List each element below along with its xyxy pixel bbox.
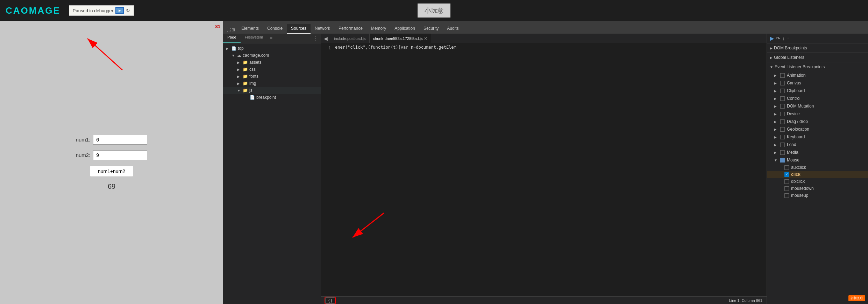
bp-mouse[interactable]: ▼ Mouse bbox=[767, 156, 868, 164]
tab-console[interactable]: Console bbox=[263, 24, 287, 34]
debugger-resume-btn[interactable]: ▶ bbox=[770, 35, 774, 42]
webpage-panel: 81 num1: num2: num1+num2 69 bbox=[0, 21, 223, 304]
bp-control[interactable]: ▶ Control bbox=[767, 95, 868, 102]
app-logo: CAOMAGE bbox=[6, 5, 61, 16]
bp-clipboard[interactable]: ▶ Clipboard bbox=[767, 87, 868, 95]
bp-load[interactable]: ▶ Load bbox=[767, 141, 868, 148]
bp-section-events: ▼ Event Listener Breakpoints ▶ Animation… bbox=[767, 62, 868, 199]
bp-dom-mutation[interactable]: ▶ DOM Mutation bbox=[767, 102, 868, 110]
status-position: Line 1, Column 861 bbox=[729, 298, 762, 303]
debugger-step-into-btn[interactable]: ↓ bbox=[782, 36, 785, 41]
bp-canvas[interactable]: ▶ Canvas bbox=[767, 79, 868, 87]
bp-section-dom-header[interactable]: ▶ DOM Breakpoints bbox=[767, 43, 868, 53]
tab-close-icon[interactable]: ✕ bbox=[424, 36, 427, 41]
tree-img[interactable]: ▶ 📁 img bbox=[223, 80, 321, 87]
bp-mouseup[interactable]: mouseup bbox=[767, 192, 868, 199]
tab-page[interactable]: Page bbox=[223, 34, 241, 43]
tab-audits[interactable]: Audits bbox=[443, 24, 463, 34]
tab-postload[interactable]: include.postload.js bbox=[330, 34, 370, 43]
bp-click[interactable]: ✓ click bbox=[767, 171, 868, 178]
tab-security[interactable]: Security bbox=[419, 24, 443, 34]
code-content: 1 ener("click",(function(t){var n=docume… bbox=[321, 43, 767, 296]
bp-dblclick[interactable]: dblclick bbox=[767, 178, 868, 185]
tree-fonts[interactable]: ▶ 📁 fonts bbox=[223, 73, 321, 80]
tab-application[interactable]: Application bbox=[390, 24, 419, 34]
breakpoints-panel: ▶ ↷ ↓ ↑ ▶ DOM Breakpoints ▶ Globa bbox=[767, 34, 868, 304]
num1-label: num1: bbox=[76, 137, 91, 143]
tab-filesystem[interactable]: Filesystem bbox=[241, 34, 268, 43]
paused-label: Paused in debugger bbox=[73, 8, 113, 13]
tab-chunk[interactable]: chunk-daee552a.1728f5ad.js ✕ bbox=[370, 34, 432, 43]
tab-sources[interactable]: Sources bbox=[287, 24, 311, 34]
num2-row: num2: bbox=[76, 150, 148, 160]
tree-js[interactable]: ▼ 📁 js bbox=[223, 87, 321, 94]
num2-input[interactable] bbox=[93, 150, 147, 160]
tab-network[interactable]: Network bbox=[311, 24, 334, 34]
paused-badge: Paused in debugger ▶ ↻ bbox=[69, 5, 134, 16]
resume-button[interactable]: ▶ bbox=[115, 7, 124, 14]
bp-animation[interactable]: ▶ Animation bbox=[767, 71, 868, 79]
tree-breakpoint[interactable]: 📄 breakpoint bbox=[223, 94, 321, 101]
editor-tab-prev[interactable]: ◀ bbox=[321, 34, 330, 43]
bp-auxclick[interactable]: auxclick bbox=[767, 164, 868, 171]
tab-memory[interactable]: Memory bbox=[367, 24, 390, 34]
app-subtitle: 小玩意 bbox=[418, 4, 450, 18]
code-editor: ◀ include.postload.js chunk-daee552a.172… bbox=[321, 34, 767, 304]
calc-result: 69 bbox=[108, 182, 115, 191]
line-number: 81 bbox=[215, 24, 220, 29]
devtools-tabbar: ⛶ ⊞ Elements Console Sources Network Per… bbox=[223, 21, 868, 34]
debugger-step-over-btn[interactable]: ↷ bbox=[776, 36, 780, 41]
num1-row: num1: bbox=[76, 135, 148, 145]
tab-elements[interactable]: Elements bbox=[237, 24, 263, 34]
bp-section-global: ▶ Global Listeners bbox=[767, 53, 868, 62]
file-tree: ▶ 📄 top ▼ ☁ caomage.com ▶ 📁 assets bbox=[223, 43, 321, 304]
tree-css[interactable]: ▶ 📁 css bbox=[223, 66, 321, 73]
bp-device[interactable]: ▶ Device bbox=[767, 110, 868, 118]
bp-section-global-header[interactable]: ▶ Global Listeners bbox=[767, 53, 868, 62]
bp-section-events-header[interactable]: ▼ Event Listener Breakpoints bbox=[767, 62, 868, 71]
tree-domain[interactable]: ▼ ☁ caomage.com bbox=[223, 52, 321, 59]
tab-more[interactable]: » bbox=[267, 34, 275, 43]
tree-assets[interactable]: ▶ 📁 assets bbox=[223, 59, 321, 66]
bp-keyboard[interactable]: ▶ Keyboard bbox=[767, 133, 868, 141]
calculate-button[interactable]: num1+num2 bbox=[90, 166, 133, 177]
step-button[interactable]: ↻ bbox=[126, 8, 130, 13]
code-line-1: ener("click",(function(t){var n=document… bbox=[335, 45, 456, 52]
tree-top[interactable]: ▶ 📄 top bbox=[223, 45, 321, 52]
tab-icons-left[interactable]: ⛶ ⊞ bbox=[225, 27, 237, 34]
devtools-panel: ⛶ ⊞ Elements Console Sources Network Per… bbox=[223, 21, 868, 304]
sources-file-panel: Page Filesystem » ⋮ ▶ 📄 top bbox=[223, 34, 321, 304]
format-button[interactable]: { } bbox=[325, 297, 335, 304]
num1-input[interactable] bbox=[93, 135, 147, 145]
sources-actions[interactable]: ⋮ bbox=[310, 35, 321, 42]
bp-media[interactable]: ▶ Media bbox=[767, 148, 868, 156]
tab-performance[interactable]: Performance bbox=[334, 24, 367, 34]
bp-section-dom: ▶ DOM Breakpoints bbox=[767, 43, 868, 53]
editor-statusbar: { } Line 1, Column 861 bbox=[321, 296, 767, 304]
bp-mousedown[interactable]: mousedown bbox=[767, 185, 868, 192]
watermark: 创新互联 bbox=[848, 295, 865, 301]
bp-drag-drop[interactable]: ▶ Drag / drop bbox=[767, 118, 868, 125]
debugger-step-out-btn[interactable]: ↑ bbox=[787, 36, 789, 41]
bp-geolocation[interactable]: ▶ Geolocation bbox=[767, 125, 868, 133]
num2-label: num2: bbox=[76, 152, 91, 158]
